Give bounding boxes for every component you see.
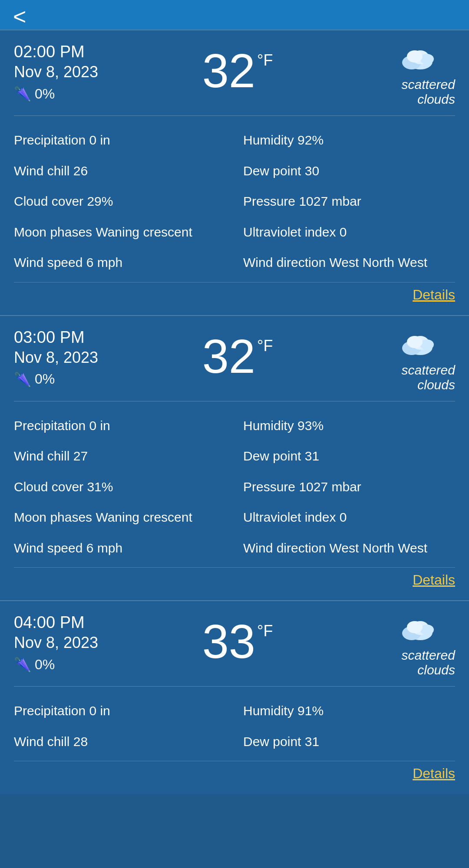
detail-label: Precipitation (14, 133, 89, 147)
detail-label: Cloud cover (14, 194, 87, 208)
detail-value: West North West (329, 255, 427, 270)
detail-value: 31 (305, 449, 319, 463)
back-button[interactable]: < (13, 5, 26, 28)
detail-item-1-3: Dew point 31 (234, 441, 455, 471)
detail-item-1-4: Cloud cover 31% (14, 471, 234, 502)
precip-pct-1: 0% (35, 371, 55, 387)
card-precip-0: 🌂 0% (14, 85, 98, 102)
detail-item-2-0: Precipitation 0 in (14, 695, 234, 726)
card-time-1: 03:00 PM (14, 328, 98, 347)
detail-item-0-0: Precipitation 0 in (14, 125, 234, 155)
cloud-icon-1 (396, 331, 436, 358)
card-unit-1: °F (257, 337, 273, 355)
detail-label: Wind speed (14, 541, 86, 555)
detail-item-0-9: Wind direction West North West (234, 247, 455, 278)
detail-value: 1027 mbar (299, 194, 361, 208)
card-unit-2: °F (257, 622, 273, 640)
card-footer-1: Details (14, 567, 455, 600)
card-header-0: 02:00 PM Nov 8, 2023 🌂 0% 32 °F scattere… (14, 43, 455, 116)
detail-value: 30 (305, 164, 319, 178)
detail-label: Wind speed (14, 255, 86, 270)
detail-label: Humidity (243, 704, 297, 718)
detail-item-1-2: Wind chill 27 (14, 441, 234, 471)
details-link-2[interactable]: Details (413, 766, 455, 782)
detail-label: Precipitation (14, 704, 89, 718)
detail-label: Humidity (243, 133, 297, 147)
detail-item-1-0: Precipitation 0 in (14, 410, 234, 441)
card-temp-1: 32 (202, 332, 255, 380)
card-footer-2: Details (14, 761, 455, 794)
detail-value: Waning crescent (96, 510, 192, 524)
card-details-grid-1: Precipitation 0 in Humidity 93% Wind chi… (14, 401, 455, 568)
card-header-1: 03:00 PM Nov 8, 2023 🌂 0% 32 °F scattere… (14, 328, 455, 401)
card-icon-block-2: scattered clouds (377, 616, 455, 677)
detail-value: 31% (87, 480, 113, 494)
detail-item-0-3: Dew point 30 (234, 155, 455, 186)
detail-label: Humidity (243, 418, 297, 433)
card-header-2: 04:00 PM Nov 8, 2023 🌂 0% 33 °F scattere… (14, 613, 455, 687)
weather-card-1: 03:00 PM Nov 8, 2023 🌂 0% 32 °F scattere… (0, 315, 469, 601)
detail-label: Pressure (243, 194, 299, 208)
card-precip-2: 🌂 0% (14, 656, 98, 673)
card-icon-block-0: scattered clouds (377, 45, 455, 107)
detail-item-1-8: Wind speed 6 mph (14, 533, 234, 563)
detail-label: Moon phases (14, 510, 96, 524)
detail-item-0-1: Humidity 92% (234, 125, 455, 155)
detail-item-1-9: Wind direction West North West (234, 533, 455, 563)
card-icon-block-1: scattered clouds (377, 331, 455, 392)
card-condition-0: scattered clouds (377, 77, 455, 107)
detail-label: Wind chill (14, 734, 73, 749)
detail-item-0-7: Ultraviolet index 0 (234, 217, 455, 247)
detail-label: Dew point (243, 734, 305, 749)
detail-value: 31 (305, 734, 319, 749)
details-link-1[interactable]: Details (413, 572, 455, 588)
card-condition-1: scattered clouds (377, 363, 455, 392)
card-temp-block-1: 32 °F (202, 332, 273, 380)
card-details-grid-2: Precipitation 0 in Humidity 91% Wind chi… (14, 687, 455, 761)
precip-umbrella-icon-2: 🌂 (14, 656, 31, 673)
detail-label: Wind direction (243, 255, 329, 270)
weather-card-2: 04:00 PM Nov 8, 2023 🌂 0% 33 °F scattere… (0, 600, 469, 794)
precip-pct-0: 0% (35, 86, 55, 102)
cloud-icon-2 (396, 616, 436, 644)
svg-point-9 (407, 336, 423, 348)
detail-label: Ultraviolet index (243, 225, 340, 239)
precip-umbrella-icon-0: 🌂 (14, 85, 31, 102)
precip-umbrella-icon-1: 🌂 (14, 371, 31, 388)
card-temp-2: 33 (202, 618, 255, 665)
card-date-0: Nov 8, 2023 (14, 63, 98, 81)
card-details-grid-0: Precipitation 0 in Humidity 92% Wind chi… (14, 116, 455, 282)
card-precip-1: 🌂 0% (14, 371, 98, 388)
detail-value: 6 mph (86, 541, 122, 555)
detail-value: 27 (73, 449, 88, 463)
details-link-0[interactable]: Details (413, 287, 455, 303)
detail-value: 93% (297, 418, 324, 433)
card-time-block-2: 04:00 PM Nov 8, 2023 🌂 0% (14, 613, 98, 673)
detail-label: Wind chill (14, 164, 73, 178)
detail-value: 92% (297, 133, 324, 147)
detail-label: Cloud cover (14, 480, 87, 494)
detail-item-1-6: Moon phases Waning crescent (14, 502, 234, 533)
detail-item-2-3: Dew point 31 (234, 726, 455, 757)
card-temp-block-0: 32 °F (202, 47, 273, 95)
card-condition-2: scattered clouds (377, 648, 455, 677)
weather-card-0: 02:00 PM Nov 8, 2023 🌂 0% 32 °F scattere… (0, 30, 469, 315)
detail-value: 0 in (89, 704, 110, 718)
detail-item-2-2: Wind chill 28 (14, 726, 234, 757)
precip-pct-2: 0% (35, 657, 55, 673)
detail-value: 0 (340, 510, 347, 524)
app-header: < (0, 0, 469, 30)
card-footer-0: Details (14, 282, 455, 315)
card-time-0: 02:00 PM (14, 43, 98, 61)
detail-value: West North West (329, 541, 427, 555)
detail-item-1-1: Humidity 93% (234, 410, 455, 441)
detail-label: Ultraviolet index (243, 510, 340, 524)
card-temp-0: 32 (202, 47, 255, 95)
detail-value: 0 in (89, 133, 110, 147)
detail-label: Dew point (243, 449, 305, 463)
detail-label: Wind direction (243, 541, 329, 555)
detail-label: Moon phases (14, 225, 96, 239)
detail-item-0-6: Moon phases Waning crescent (14, 217, 234, 247)
detail-label: Wind chill (14, 449, 73, 463)
detail-value: 6 mph (86, 255, 122, 270)
